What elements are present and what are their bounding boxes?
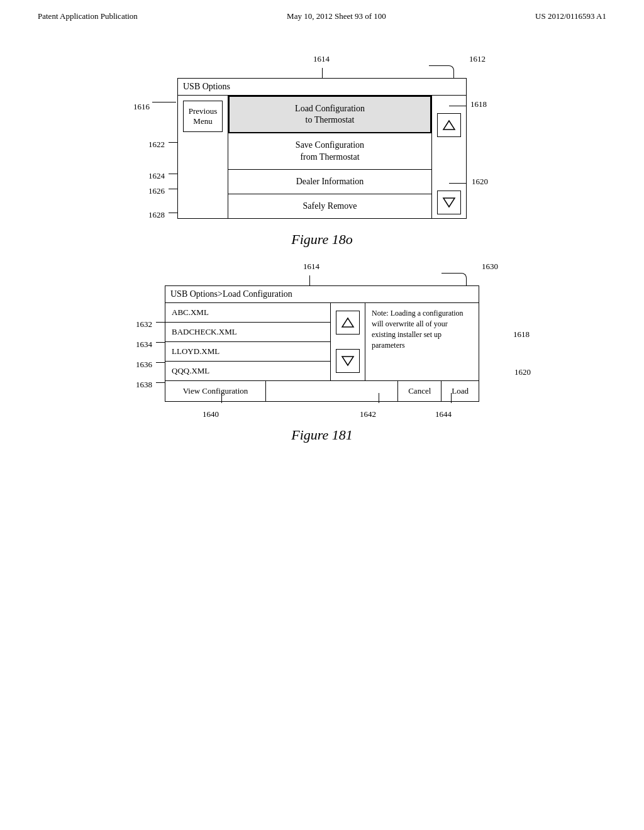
- left-col: PreviousMenu: [178, 96, 228, 218]
- content-area: 1612 1616 1622 1624 1626 1628 1614: [0, 28, 644, 506]
- usb-body: PreviousMenu Load Configurationto Thermo…: [178, 96, 466, 218]
- svg-marker-2: [342, 318, 353, 327]
- files-col: ABC.XML BADCHECK.XML LLOYD.XML QQQ.XML: [165, 303, 331, 380]
- ref-1640-line: [221, 393, 222, 403]
- menu-item-dealer[interactable]: Dealer Information: [228, 170, 431, 194]
- ref-1628-line: [169, 213, 177, 213]
- ref-1630: 1630: [482, 262, 498, 272]
- ref-1630-line: [441, 273, 467, 285]
- file-item-qqq[interactable]: QQQ.XML: [165, 362, 330, 380]
- ref-1616: 1616: [133, 102, 150, 112]
- down-arrow-icon: [442, 196, 456, 209]
- menu-item-safely[interactable]: Safely Remove: [228, 194, 431, 218]
- file-item-badcheck[interactable]: BADCHECK.XML: [165, 323, 330, 342]
- svg-marker-0: [443, 121, 455, 130]
- ref-1644-line: [451, 393, 452, 403]
- ref-1638: 1638: [136, 380, 152, 390]
- load-btn[interactable]: Load: [441, 381, 479, 401]
- ref-1620-181: 1620: [514, 367, 531, 377]
- down-arrow-btn[interactable]: [437, 191, 461, 214]
- fig180-caption: Figure 18o: [50, 231, 594, 248]
- menu-item-load[interactable]: Load Configurationto Thermostat: [228, 96, 431, 133]
- ref-1636: 1636: [136, 360, 152, 370]
- fig181-caption: Figure 181: [50, 427, 594, 443]
- ref-1620: 1620: [472, 177, 488, 187]
- ref-1626: 1626: [148, 186, 165, 196]
- usb-options-box: USB Options PreviousMenu Load Configurat…: [177, 78, 467, 219]
- ref-1626-line: [169, 189, 177, 189]
- ref-1616-line: [152, 102, 176, 102]
- ref-1618-line: [449, 106, 467, 106]
- svg-marker-3: [342, 357, 353, 365]
- header-left: Patent Application Publication: [38, 11, 138, 21]
- header-middle: May 10, 2012 Sheet 93 of 100: [287, 11, 386, 21]
- ref-1622: 1622: [148, 140, 165, 150]
- ref-1612: 1612: [469, 54, 486, 64]
- file-item-lloyd[interactable]: LLOYD.XML: [165, 342, 330, 362]
- ref-1642: 1642: [360, 409, 376, 419]
- file-item-abc[interactable]: ABC.XML: [165, 303, 330, 323]
- usb-title-bar: USB Options: [178, 79, 466, 96]
- ref-1634: 1634: [136, 340, 152, 350]
- ref-1624-line: [169, 174, 177, 174]
- ref-1638-line: [156, 382, 165, 383]
- up-arrow-btn-181[interactable]: [336, 311, 360, 335]
- prev-menu-btn[interactable]: PreviousMenu: [183, 101, 223, 132]
- ref-1632-line: [156, 322, 165, 323]
- action-btns: Cancel Load: [397, 381, 479, 401]
- view-config-btn[interactable]: View Configuration: [165, 381, 266, 401]
- usb-title-181-bar: USB Options>Load Configuration: [165, 286, 479, 303]
- up-arrow-btn[interactable]: [437, 113, 461, 137]
- ref-1624: 1624: [148, 171, 165, 181]
- ref-1634-line: [156, 342, 165, 343]
- ref-1618-181: 1618: [513, 329, 530, 340]
- fig180-diagram-wrapper: 1612 1616 1622 1624 1626 1628 1614: [50, 78, 594, 219]
- fig181-diagram-wrapper: 1630 1614 1618 1620 1632 1634 1636: [50, 285, 594, 402]
- ref-1614: 1614: [313, 54, 330, 64]
- ref-1614-181: 1614: [303, 262, 319, 272]
- menu-items-col: Load Configurationto Thermostat Save Con…: [228, 96, 431, 218]
- header-right: US 2012/0116593 A1: [535, 11, 606, 21]
- right-col: 1618 1620: [431, 96, 466, 218]
- svg-marker-1: [443, 198, 455, 207]
- ref-1640: 1640: [203, 409, 219, 419]
- ref-1642-line: [379, 393, 379, 403]
- middle-col-181: [331, 303, 365, 380]
- down-arrow-icon-181: [341, 354, 355, 368]
- menu-item-save[interactable]: Save Configurationfrom Thermostat: [228, 133, 431, 169]
- usb-options-181-box: USB Options>Load Configuration ABC.XML B…: [165, 285, 479, 402]
- figure-181-container: 1630 1614 1618 1620 1632 1634 1636: [50, 285, 594, 443]
- ref-1644: 1644: [435, 409, 452, 419]
- ref-1614-line: [322, 68, 323, 78]
- note-text: Note: Loading a configuration will overw…: [372, 309, 464, 349]
- ref-1618: 1618: [470, 99, 487, 109]
- up-arrow-icon-181: [341, 316, 355, 329]
- figure-180-container: 1612 1616 1622 1624 1626 1628 1614: [50, 78, 594, 248]
- ref-1612-line: [429, 65, 454, 78]
- ref-1622-line: [169, 142, 177, 143]
- bottom-bar: View Configuration Cancel Load: [165, 380, 479, 401]
- ref-1628: 1628: [148, 210, 165, 220]
- usb-body-181: ABC.XML BADCHECK.XML LLOYD.XML QQQ.XML: [165, 303, 479, 380]
- spacer: [266, 381, 397, 401]
- ref-1636-line: [156, 362, 165, 363]
- ref-1632: 1632: [136, 319, 152, 329]
- ref-1620-line: [449, 183, 467, 184]
- note-col: Note: Loading a configuration will overw…: [365, 303, 479, 380]
- down-arrow-btn-181[interactable]: [336, 349, 360, 373]
- ref-1614-181-line: [309, 275, 310, 285]
- patent-header: Patent Application Publication May 10, 2…: [0, 0, 644, 28]
- cancel-btn[interactable]: Cancel: [398, 381, 441, 401]
- up-arrow-icon: [442, 118, 456, 132]
